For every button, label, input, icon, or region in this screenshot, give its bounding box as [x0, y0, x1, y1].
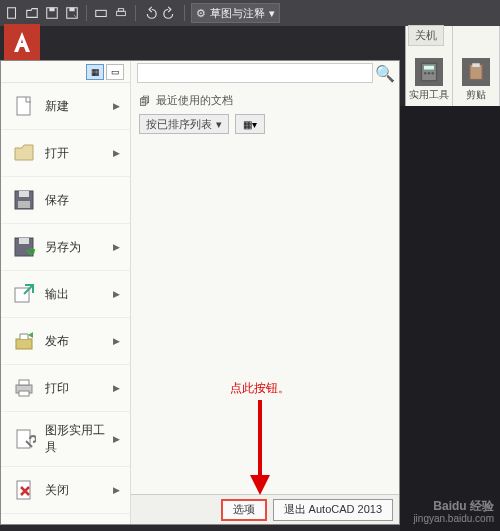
svg-rect-18 [18, 201, 30, 208]
undo-icon[interactable] [142, 5, 158, 21]
grid-icon: ▦ [243, 119, 252, 130]
svg-marker-29 [250, 475, 270, 495]
save-disk-icon [11, 187, 37, 213]
tutorial-arrow-icon [248, 400, 278, 500]
ribbon-panel-label: 剪贴 [466, 88, 486, 102]
menu-item-publish[interactable]: 发布 ▶ [1, 318, 130, 365]
svg-rect-4 [69, 8, 74, 12]
save-icon[interactable] [44, 5, 60, 21]
svg-rect-25 [19, 391, 29, 396]
svg-point-11 [428, 72, 431, 75]
recent-title-label: 最近使用的文档 [156, 93, 233, 108]
search-input[interactable] [137, 63, 373, 83]
menu-item-label: 图形实用工具 [45, 422, 105, 456]
submenu-arrow-icon: ▶ [113, 434, 120, 444]
open-folder-icon [11, 140, 37, 166]
menu-item-close[interactable]: 关闭 ▶ [1, 467, 130, 514]
menu-item-label: 保存 [45, 192, 120, 209]
menu-item-label: 打印 [45, 380, 105, 397]
watermark-url: jingyan.baidu.com [413, 513, 494, 525]
svg-rect-26 [17, 430, 30, 448]
workspace-dropdown[interactable]: ⚙ 草图与注释 ▾ [191, 3, 280, 23]
svg-rect-6 [117, 11, 126, 15]
submenu-arrow-icon: ▶ [113, 148, 120, 158]
menu-item-export[interactable]: 输出 ▶ [1, 271, 130, 318]
clipboard-icon [462, 58, 490, 86]
options-button[interactable]: 选项 [221, 499, 267, 521]
submenu-arrow-icon: ▶ [113, 485, 120, 495]
tools-icon [11, 426, 37, 452]
svg-rect-7 [118, 9, 123, 12]
drawing-canvas[interactable] [400, 106, 500, 531]
chevron-down-icon: ▾ [269, 7, 275, 20]
menu-item-new[interactable]: 新建 ▶ [1, 83, 130, 130]
view-mode-button[interactable]: ▦ ▾ [235, 114, 265, 134]
sort-dropdown[interactable]: 按已排序列表 ▾ [139, 114, 229, 134]
svg-rect-14 [472, 63, 480, 67]
submenu-arrow-icon: ▶ [113, 101, 120, 111]
menu-item-label: 输出 [45, 286, 105, 303]
print-icon[interactable] [113, 5, 129, 21]
submenu-arrow-icon: ▶ [113, 336, 120, 346]
chevron-down-icon: ▾ [252, 119, 257, 130]
svg-point-10 [424, 72, 427, 75]
separator [86, 5, 87, 21]
menu-item-print[interactable]: 打印 ▶ [1, 365, 130, 412]
app-menu-left: ▦ ▭ 新建 ▶ 打开 ▶ 保存 另存为 ▶ 输出 ▶ 发布 [1, 61, 131, 524]
menu-item-label: 另存为 [45, 239, 105, 256]
svg-rect-22 [16, 339, 32, 349]
chevron-down-icon: ▾ [216, 118, 222, 131]
menu-item-open[interactable]: 打开 ▶ [1, 130, 130, 177]
exit-button[interactable]: 退出 AutoCAD 2013 [273, 499, 393, 521]
menu-item-tools[interactable]: 图形实用工具 ▶ [1, 412, 130, 467]
svg-rect-0 [8, 8, 16, 19]
menu-view-toggles: ▦ ▭ [1, 61, 130, 83]
quick-access-toolbar: ⚙ 草图与注释 ▾ [0, 0, 500, 26]
gear-icon: ⚙ [196, 7, 206, 20]
svg-rect-5 [96, 10, 107, 16]
menu-item-label: 打开 [45, 145, 105, 162]
open-icon[interactable] [24, 5, 40, 21]
submenu-arrow-icon: ▶ [113, 289, 120, 299]
menu-item-label: 发布 [45, 333, 105, 350]
svg-point-12 [432, 72, 435, 75]
svg-rect-20 [19, 238, 29, 244]
ribbon-panel-clipboard[interactable]: 剪贴 [453, 26, 500, 106]
new-file-icon [11, 93, 37, 119]
recent-toggle-icon[interactable]: ▦ [86, 64, 104, 80]
menu-item-label: 新建 [45, 98, 105, 115]
menu-item-saveas[interactable]: 另存为 ▶ [1, 224, 130, 271]
workspace-label: 草图与注释 [210, 6, 265, 21]
sort-label: 按已排序列表 [146, 117, 212, 132]
separator [184, 5, 185, 21]
printer-icon [11, 375, 37, 401]
separator [135, 5, 136, 21]
redo-icon[interactable] [162, 5, 178, 21]
svg-rect-2 [49, 8, 54, 12]
submenu-arrow-icon: ▶ [113, 383, 120, 393]
ribbon-fragment: 关机 实用工具 剪贴 [405, 26, 500, 106]
svg-rect-15 [17, 97, 30, 115]
search-row: 🔍 [131, 61, 399, 85]
menu-item-save[interactable]: 保存 [1, 177, 130, 224]
ribbon-tab[interactable]: 关机 [408, 25, 444, 46]
saveas-disk-icon [11, 234, 37, 260]
export-icon [11, 281, 37, 307]
menu-item-label: 关闭 [45, 482, 105, 499]
plot-icon[interactable] [93, 5, 109, 21]
recent-title: 🗐 最近使用的文档 [139, 93, 391, 108]
search-icon[interactable]: 🔍 [377, 65, 393, 81]
application-menu-button[interactable] [4, 24, 40, 60]
publish-icon [11, 328, 37, 354]
svg-rect-17 [19, 191, 29, 197]
documents-icon: 🗐 [139, 95, 150, 107]
watermark-brand: Baidu 经验 [413, 499, 494, 513]
watermark: Baidu 经验 jingyan.baidu.com [413, 499, 494, 525]
svg-rect-24 [19, 380, 29, 385]
close-file-icon [11, 477, 37, 503]
saveas-icon[interactable] [64, 5, 80, 21]
open-docs-toggle-icon[interactable]: ▭ [106, 64, 124, 80]
new-icon[interactable] [4, 5, 20, 21]
svg-rect-9 [424, 66, 434, 70]
tutorial-annotation: 点此按钮。 [230, 380, 290, 397]
